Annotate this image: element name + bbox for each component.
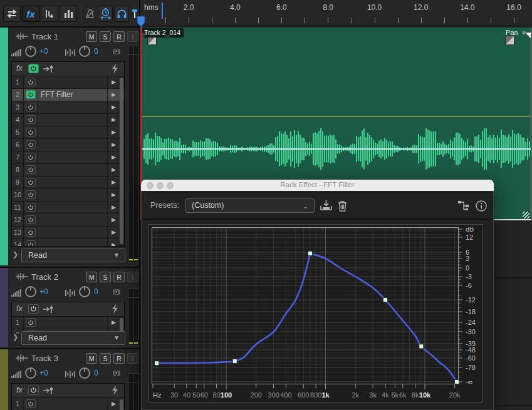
curve-handle[interactable] (155, 361, 159, 366)
curve-handle[interactable] (455, 380, 459, 384)
send-routing-button[interactable] (41, 6, 58, 22)
fx-slot-row[interactable]: 1▶ (12, 317, 124, 329)
fx-slot-expand-arrow[interactable]: ▶ (107, 151, 120, 163)
fx-slot-expand-arrow[interactable]: ▶ (107, 76, 120, 88)
fx-slot-power-button[interactable] (26, 153, 36, 161)
fx-slot-row[interactable]: 5▶ (12, 126, 124, 139)
fx-slot-expand-arrow[interactable]: ▶ (107, 139, 120, 151)
fx-slot-power-button[interactable] (26, 203, 36, 212)
fx-slot-row[interactable]: 8▶ (12, 164, 124, 177)
solo-button[interactable]: S (100, 31, 111, 42)
fx-slot-row[interactable]: 14▶ (12, 239, 124, 247)
delete-preset-button[interactable] (335, 198, 350, 213)
fx-slot-power-button[interactable] (26, 240, 36, 247)
playhead-handle[interactable] (137, 16, 145, 30)
fx-slot-row[interactable]: 10▶ (12, 189, 124, 202)
fx-slot-power-button[interactable] (26, 399, 36, 408)
fx-slot-expand-arrow[interactable]: ▶ (107, 239, 120, 247)
fx-slot-power-button[interactable] (26, 140, 36, 149)
monitor-icon[interactable]: ((•)) (113, 369, 120, 376)
fx-slot-row[interactable]: 4▶ (12, 114, 124, 126)
volume-knob[interactable] (25, 286, 36, 297)
expand-chevron-icon[interactable]: ❯ (13, 333, 18, 341)
fx-slot-expand-arrow[interactable]: ▶ (107, 89, 120, 101)
fx-slot-row[interactable]: 3▶ (12, 101, 124, 114)
clip-envelope-mode[interactable]: Pan ∨ (506, 29, 526, 36)
fx-slot-expand-arrow[interactable]: ▶ (107, 202, 120, 213)
fx-slot-expand-arrow[interactable]: ▶ (107, 114, 120, 126)
curve-handle[interactable] (419, 344, 424, 349)
volume-knob[interactable] (25, 367, 36, 379)
fft-frequency-graph[interactable]: dB12630-3-6-12-18-24-30-39-48-60-78-∞Hz3… (152, 227, 481, 401)
meters-button[interactable] (60, 6, 77, 22)
automation-mode-select[interactable]: Read ▼ (21, 249, 125, 262)
monitor-headphones-button[interactable] (114, 6, 129, 22)
solo-button[interactable]: S (100, 353, 111, 364)
fx-slot-row[interactable]: 13▶ (12, 227, 124, 239)
input-monitor-button[interactable]: I (127, 31, 138, 42)
fx-rack-power-button[interactable] (28, 64, 39, 73)
swap-arrows-button[interactable] (3, 6, 21, 22)
rack-scrollbar[interactable] (120, 76, 123, 247)
fx-slot-row[interactable]: 12▶ (12, 214, 124, 227)
mute-button[interactable]: M (86, 272, 97, 282)
fade-out-handle[interactable] (505, 36, 514, 45)
metronome-button[interactable] (83, 6, 97, 22)
fx-rack-power-button[interactable] (28, 386, 39, 395)
rack-scrollbar[interactable] (120, 398, 123, 410)
fx-slot-row[interactable]: 7▶ (12, 151, 124, 164)
fx-slot-power-button[interactable] (26, 228, 36, 237)
fx-slot-row[interactable]: 9▶ (12, 177, 124, 189)
info-button[interactable] (474, 198, 488, 213)
track-color-strip[interactable] (0, 28, 8, 265)
monitor-icon[interactable]: ((•)) (113, 288, 120, 295)
lightning-icon[interactable] (112, 304, 118, 314)
fx-slot-row[interactable]: 2FFT Filter▶ (12, 89, 124, 101)
lightning-icon[interactable] (112, 64, 118, 73)
curve-handle[interactable] (383, 298, 387, 302)
side-chain-routing-button[interactable] (456, 198, 471, 213)
monitor-icon[interactable]: ((•)) (113, 48, 120, 54)
timeline-ruler[interactable]: hms 2.04.06.08.010.012.014.016.0 (139, 0, 532, 26)
fx-slot-expand-arrow[interactable]: ▶ (107, 317, 120, 329)
fx-slot-expand-arrow[interactable]: ▶ (107, 214, 120, 226)
fx-rack-power-button[interactable] (28, 304, 39, 314)
mute-button[interactable]: M (86, 31, 97, 42)
pan-knob[interactable] (79, 286, 90, 297)
fx-slot-power-button[interactable] (26, 90, 36, 99)
fx-slot-expand-arrow[interactable]: ▶ (107, 126, 120, 138)
fx-slot-expand-arrow[interactable]: ▶ (107, 164, 120, 176)
volume-knob[interactable] (25, 46, 36, 57)
input-monitor-button[interactable]: I (127, 272, 138, 282)
curve-handle[interactable] (232, 359, 237, 364)
volume-value[interactable]: +0 (39, 369, 48, 377)
pan-value[interactable]: 0 (94, 47, 98, 56)
record-arm-button[interactable]: R (113, 353, 125, 364)
fx-slot-power-button[interactable] (26, 318, 36, 327)
clip-resize-handle[interactable] (523, 212, 529, 218)
fx-slot-expand-arrow[interactable]: ▶ (107, 189, 120, 201)
fx-slot-power-button[interactable] (26, 128, 36, 136)
fx-slot-power-button[interactable] (26, 165, 36, 174)
fx-slot-expand-arrow[interactable]: ▶ (107, 177, 120, 188)
pan-envelope-line[interactable] (142, 148, 531, 150)
volume-value[interactable]: +0 (39, 287, 48, 296)
fx-slot-expand-arrow[interactable]: ▶ (107, 101, 120, 113)
skip-duration-button[interactable] (98, 6, 113, 22)
pan-value[interactable]: 0 (94, 369, 98, 377)
pan-value[interactable]: 0 (94, 287, 98, 296)
fx-slot-row[interactable]: 1▶ (12, 76, 124, 89)
curve-handle[interactable] (308, 251, 312, 255)
fx-slot-power-button[interactable] (26, 178, 36, 187)
fx-slot-row[interactable]: 11▶ (12, 202, 124, 214)
input-monitor-button[interactable]: I (127, 353, 138, 364)
fx-slot-power-button[interactable] (26, 115, 36, 124)
save-preset-button[interactable] (319, 198, 333, 213)
fx-slot-row[interactable]: 6▶ (12, 139, 124, 151)
volume-envelope-line[interactable] (142, 116, 531, 117)
lightning-icon[interactable] (112, 386, 118, 395)
pan-knob[interactable] (79, 367, 90, 379)
mute-button[interactable]: M (86, 353, 97, 364)
automation-mode-select[interactable]: Read ▼ (21, 331, 125, 345)
fx-slot-expand-arrow[interactable]: ▶ (107, 227, 120, 238)
